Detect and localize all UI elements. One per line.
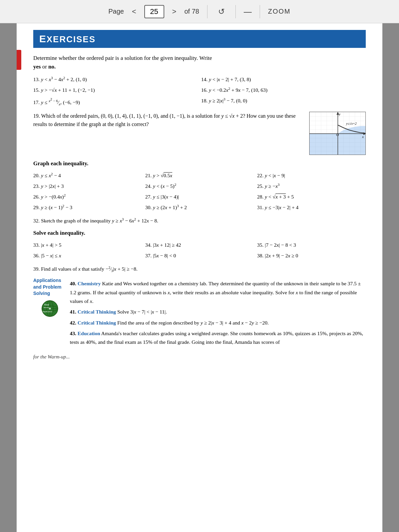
problem-28: 28. y < √x + 3 + 5 [257,192,366,201]
problem-21: 21. y > √0.5x [145,171,254,180]
problem-19-graph: y x O y≤√x+2 [309,112,366,155]
page-label: Page [108,8,124,15]
exercises-rest: XERCISES [47,34,96,44]
problem-27: 27. y ≤ |3(x − 4)| [145,192,254,201]
problem-24: 24. y < (x − 5)2 [145,182,254,191]
problem-29: 29. y ≥ (x − 1)2 − 3 [33,203,142,212]
svg-text:x: x [362,135,364,139]
refresh-button[interactable]: ↺ [215,6,227,18]
problems-row-2: 15. y > −√x + 11 + 1, (−2, −1) 16. y < −… [33,85,366,95]
problem-19-container: 19. Which of the ordered pairs, (0, 0), … [33,112,366,155]
problem-30: 30. y ≥ (2x + 1)3 + 2 [145,203,254,212]
problem-17: 17. y ≤ x2 − 6⁄x, (−6, −9) [33,96,198,108]
problem-34: 34. |3x + 12| ≥ 42 [145,240,254,250]
nav-divider-2 [235,5,236,18]
svg-text:World: World [44,307,49,309]
problems-13-18: 13. y < x3 − 4x2 + 2, (1, 0) 14. y < |x … [33,75,366,108]
problem-13: 13. y < x3 − 4x2 + 2, (1, 0) [33,75,198,84]
solve-row-2: 36. |5 − x| ≤ x 37. |5x − 8| < 0 38. |2x… [33,251,366,260]
svg-text:y: y [338,112,340,116]
globe-icon: Real World Application [41,300,59,318]
exercises-title: EXERCISES [39,33,96,45]
prev-page-button[interactable]: < [129,6,139,17]
problems-row-3: 17. y ≤ x2 − 6⁄x, (−6, −9) 18. y ≥ 2|x|3… [33,96,366,108]
exercises-header: EXERCISES [33,30,366,48]
problem-40: 40. Chemistry Katie and Wes worked toget… [70,279,366,306]
solve-row-1: 33. |x + 4| > 5 34. |3x + 12| ≥ 42 35. |… [33,240,366,250]
graph-row-2: 23. y > |2x| + 3 24. y < (x − 5)2 25. y … [33,182,366,191]
problems-row-1: 13. y < x3 − 4x2 + 2, (1, 0) 14. y < |x … [33,75,366,84]
graph-section-title: Graph each inequality. [33,160,366,167]
nav-divider-3 [260,5,260,18]
problem-14: 14. y < |x − 2| + 7, (3, 8) [201,75,366,84]
svg-point-15 [49,308,51,310]
graph-problems: 20. y ≤ x2 − 4 21. y > √0.5x 22. y < |x … [33,171,366,212]
problem-31: 31. y ≤ −3|x − 2| + 4 [257,203,366,212]
solve-problems: 33. |x + 4| > 5 34. |3x + 12| ≥ 42 35. |… [33,240,366,260]
page-content: EXERCISES Determine whether the ordered … [17,23,382,532]
problem-26: 26. y > −(0.4x)2 [33,192,142,201]
intro-text: Determine whether the ordered pair is a … [33,54,366,71]
svg-text:y≤√x+2: y≤√x+2 [346,122,357,125]
problem-42: 42. Critical Thinking Find the area of t… [70,319,366,327]
svg-text:Real: Real [44,304,49,306]
problem-25: 25. y ≥ −x3 [257,182,366,191]
svg-text:Application: Application [43,311,52,313]
nav-dash: — [244,7,252,16]
footer-label: for the Warm-up... [33,354,70,359]
applications-sidebar: Applicationsand ProblemSolving Real Worl… [33,277,66,348]
problem-38: 38. |2x + 9| − 2x ≥ 0 [257,251,366,260]
problem-33: 33. |x + 4| > 5 [33,240,142,250]
problem-18: 18. y ≥ 2|x|3 − 7, (0, 0) [201,96,366,108]
problem-37: 37. |5x − 8| < 0 [145,251,254,260]
graph-svg: y x O y≤√x+2 [310,112,366,155]
zoom-label: ZOOM [268,8,291,15]
graph-row-3: 26. y > −(0.4x)2 27. y ≤ |3(x − 4)| 28. … [33,192,366,201]
globe-icon-container: Real World Application [33,300,66,318]
page-input[interactable] [144,5,164,18]
intro-line1: Determine whether the ordered pair is a … [33,55,212,61]
problem-43: 43. Education Amanda's teacher calculate… [70,329,366,347]
problem-35: 35. |7 − 2x| − 8 < 3 [257,240,366,250]
nav-bar: Page < > of 78 ↺ — ZOOM [0,0,399,23]
problem-22: 22. y < |x − 9| [257,171,366,180]
problem-19-text: 19. Which of the ordered pairs, (0, 0), … [33,112,303,155]
problem-15: 15. y > −√x + 11 + 1, (−2, −1) [33,85,198,95]
intro-line2: yes or no. [33,64,56,70]
graph-row-4: 29. y ≥ (x − 1)2 − 3 30. y ≥ (2x + 1)3 +… [33,203,366,212]
nav-divider [207,5,207,18]
next-page-button[interactable]: > [170,6,179,17]
problem-23: 23. y > |2x| + 3 [33,182,142,191]
footer-text: for the Warm-up... [33,354,366,360]
applications-label: Applicationsand ProblemSolving [33,277,66,297]
problem-20: 20. y ≤ x2 − 4 [33,171,142,180]
problem-39: 39. Find all values of x that satisfy −2… [33,264,366,274]
problem-36: 36. |5 − x| ≤ x [33,251,142,260]
solve-section-title: Solve each inequality. [33,230,366,236]
problem-41: 41. Critical Thinking Solve 3|x − 7| < |… [70,308,366,316]
applications-content: 40. Chemistry Katie and Wes worked toget… [70,277,366,348]
total-pages-label: of 78 [184,8,199,15]
problem-32: 32. Sketch the graph of the inequality y… [33,216,366,225]
graph-row-1: 20. y ≤ x2 − 4 21. y > √0.5x 22. y < |x … [33,171,366,180]
svg-text:O: O [336,133,339,137]
problem-16: 16. y < −0.2x2 + 9x − 7, (10, 63) [201,85,366,95]
exercises-first-letter: E [39,33,47,44]
side-tab [17,50,21,70]
applications-section: Applicationsand ProblemSolving Real Worl… [33,277,366,348]
